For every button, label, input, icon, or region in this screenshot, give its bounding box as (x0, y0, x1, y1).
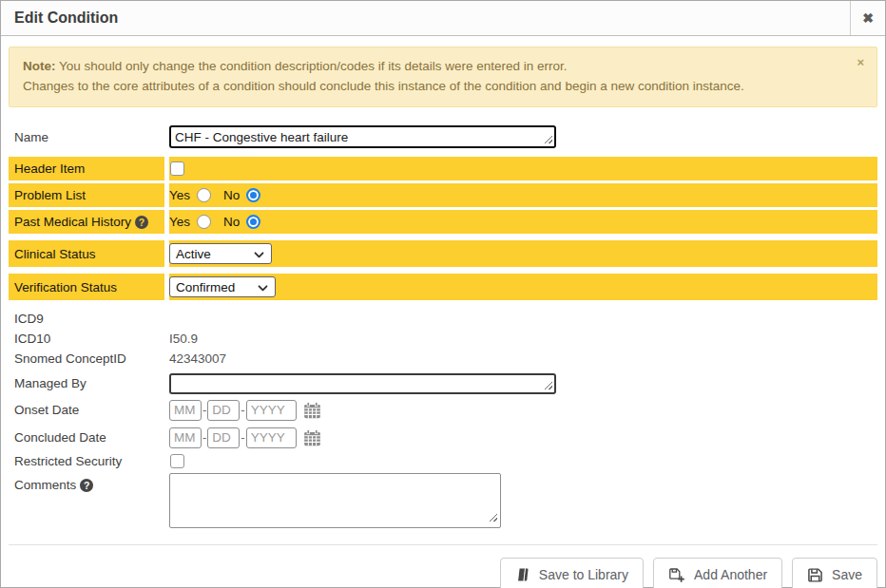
restricted-security-checkbox[interactable] (170, 454, 184, 468)
onset-day-input[interactable] (207, 400, 240, 421)
comments-label: Comments (14, 478, 76, 492)
snomed-row: Snomed ConceptID 42343007 (9, 349, 877, 369)
problem-list-row: Problem List Yes No (9, 183, 877, 207)
restricted-security-label: Restricted Security (9, 451, 164, 471)
comments-textarea[interactable] (169, 473, 501, 528)
icd10-row: ICD10 I50.9 (9, 329, 877, 349)
save-to-library-button[interactable]: Save to Library (500, 558, 644, 588)
note-prefix: Note: (23, 59, 56, 73)
onset-date-label: Onset Date (9, 396, 164, 424)
dialog-body: Note: You should only change the conditi… (1, 36, 885, 588)
clinical-status-value: Active (176, 247, 211, 261)
name-row: Name (9, 124, 877, 149)
verification-status-label: Verification Status (9, 274, 164, 300)
note-dismiss-icon[interactable]: × (857, 56, 864, 68)
note-line-1: Note: You should only change the conditi… (23, 56, 844, 76)
clinical-status-select[interactable]: Active (169, 243, 272, 264)
save-to-library-label: Save to Library (539, 567, 628, 582)
snomed-label: Snomed ConceptID (9, 349, 164, 369)
header-item-label: Header Item (9, 157, 164, 180)
verification-status-value: Confirmed (176, 280, 235, 294)
pmh-yes-label: Yes (169, 215, 190, 229)
verification-status-row: Verification Status Confirmed (9, 274, 877, 300)
problem-list-no-label: No (223, 188, 240, 202)
snomed-value: 42343007 (169, 351, 226, 366)
book-icon (515, 567, 530, 582)
managed-by-row: Managed By (9, 370, 877, 396)
problem-list-yes-label: Yes (169, 188, 190, 202)
close-icon: ✖ (862, 10, 874, 26)
concluded-date-label: Concluded Date (9, 424, 164, 451)
concluded-year-input[interactable] (246, 427, 297, 448)
verification-status-select[interactable]: Confirmed (169, 276, 276, 297)
past-medical-history-help-icon[interactable]: ? (135, 216, 148, 229)
close-button[interactable]: ✖ (850, 1, 885, 35)
add-another-button[interactable]: Add Another (653, 558, 782, 588)
note-line-2: Changes to the core attributes of a cond… (23, 76, 844, 96)
calendar-icon[interactable] (303, 402, 321, 419)
onset-date-row: Onset Date - - (9, 396, 877, 424)
pmh-yes-radio[interactable] (197, 215, 211, 229)
add-another-label: Add Another (694, 567, 767, 582)
save-plus-icon (668, 567, 685, 583)
date-separator: - (202, 430, 206, 445)
icd10-value: I50.9 (169, 332, 198, 346)
save-button[interactable]: Save (792, 558, 877, 588)
past-medical-history-label: Past Medical History (14, 215, 131, 229)
managed-by-input[interactable] (169, 373, 556, 394)
header-item-checkbox[interactable] (170, 161, 184, 176)
comments-row: Comments ? (9, 473, 877, 528)
date-separator: - (241, 403, 244, 417)
restricted-security-row: Restricted Security (9, 451, 877, 471)
chevron-down-icon (254, 247, 264, 261)
comments-help-icon[interactable]: ? (80, 479, 93, 492)
pmh-no-radio[interactable] (246, 215, 260, 229)
clinical-status-label: Clinical Status (9, 240, 164, 267)
problem-list-no-radio[interactable] (246, 188, 260, 202)
problem-list-yes-radio[interactable] (197, 188, 211, 202)
date-separator: - (202, 403, 206, 417)
dialog-header: Edit Condition ✖ (1, 1, 885, 36)
calendar-icon[interactable] (303, 429, 321, 446)
chevron-down-icon (258, 280, 268, 294)
condition-form: Name Header Item Problem List Yes No (9, 124, 877, 528)
managed-by-label: Managed By (9, 370, 164, 396)
dialog-title: Edit Condition (1, 1, 850, 35)
note-banner: Note: You should only change the conditi… (9, 47, 877, 107)
date-separator: - (241, 430, 244, 445)
past-medical-history-row: Past Medical History ? Yes No (9, 210, 877, 234)
name-label: Name (9, 124, 164, 149)
icd9-label: ICD9 (9, 309, 164, 329)
clinical-status-row: Clinical Status Active (9, 240, 877, 267)
pmh-no-label: No (223, 215, 240, 229)
icd9-row: ICD9 (9, 309, 877, 329)
dialog-footer: Save to Library Add Another Save (9, 545, 877, 588)
onset-year-input[interactable] (246, 400, 297, 421)
edit-condition-dialog: Edit Condition ✖ Note: You should only c… (0, 0, 886, 588)
problem-list-label: Problem List (9, 183, 164, 207)
header-item-row: Header Item (9, 157, 877, 180)
concluded-date-row: Concluded Date - - (9, 424, 877, 451)
onset-month-input[interactable] (169, 400, 202, 421)
concluded-day-input[interactable] (207, 427, 240, 448)
concluded-month-input[interactable] (169, 427, 202, 448)
icd10-label: ICD10 (9, 329, 164, 349)
save-icon (807, 567, 823, 583)
save-label: Save (832, 567, 862, 582)
name-input[interactable] (169, 125, 556, 148)
